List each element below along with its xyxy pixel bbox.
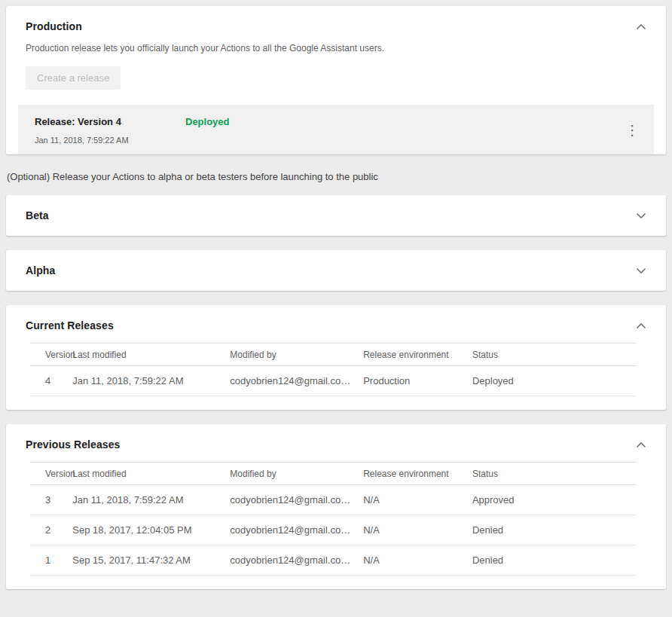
alpha-card: Alpha [6, 250, 666, 291]
cell-modified-by: codyobrien124@gmail.co… [230, 485, 363, 515]
current-releases-title: Current Releases [26, 319, 114, 331]
cell-status: Denied [472, 545, 636, 576]
create-release-button[interactable]: Create a release [26, 66, 121, 90]
previous-releases-title: Previous Releases [26, 438, 120, 451]
cell-modified-by: codyobrien124@gmail.co… [230, 366, 363, 396]
column-header-version: Version [30, 344, 72, 366]
cell-status: Deployed [472, 366, 636, 396]
chevron-down-icon[interactable] [634, 266, 648, 276]
alpha-card-title: Alpha [26, 264, 55, 276]
table-header-row: Version Last modified Modified by Releas… [30, 463, 636, 485]
table-row: 4 Jan 11, 2018, 7:59:22 AM codyobrien124… [30, 366, 636, 396]
production-release-row: Release: Version 4 Deployed Jan 11, 2018… [18, 105, 654, 154]
beta-card-title: Beta [26, 209, 49, 221]
release-name: Release: Version 4 [35, 116, 185, 127]
table-row: 3 Jan 11, 2018, 7:59:22 AM codyobrien124… [30, 485, 636, 515]
cell-last-modified: Jan 11, 2018, 7:59:22 AM [72, 485, 230, 515]
cell-status: Approved [472, 485, 636, 515]
cell-modified-by: codyobrien124@gmail.co… [230, 515, 363, 545]
cell-version: 3 [30, 485, 72, 515]
more-options-icon[interactable]: ⋮ [619, 122, 645, 139]
current-releases-card: Current Releases Version Last modified M… [6, 305, 666, 410]
column-header-release-environment: Release environment [363, 463, 472, 485]
cell-environment: Production [363, 366, 472, 396]
column-header-modified-by: Modified by [230, 463, 363, 485]
optional-note: (Optional) Release your Actions to alpha… [7, 171, 666, 182]
column-header-status: Status [472, 344, 636, 366]
cell-version: 1 [30, 545, 72, 576]
current-releases-header[interactable]: Current Releases [6, 305, 666, 331]
cell-last-modified: Sep 15, 2017, 11:47:32 AM [72, 545, 230, 576]
alpha-card-header[interactable]: Alpha [6, 250, 666, 291]
column-header-status: Status [472, 463, 636, 485]
cell-environment: N/A [363, 515, 472, 545]
column-header-version: Version [30, 463, 72, 485]
cell-version: 4 [30, 366, 72, 396]
cell-last-modified: Jan 11, 2018, 7:59:22 AM [72, 366, 230, 396]
table-row: 2 Sep 18, 2017, 12:04:05 PM codyobrien12… [30, 515, 636, 545]
previous-releases-header[interactable]: Previous Releases [6, 424, 666, 451]
release-date: Jan 11, 2018, 7:59:22 AM [35, 136, 230, 145]
release-info: Release: Version 4 Deployed Jan 11, 2018… [35, 116, 230, 145]
cell-environment: N/A [363, 545, 472, 576]
production-card: Production Production release lets you o… [6, 6, 666, 154]
table-row: 1 Sep 15, 2017, 11:47:32 AM codyobrien12… [30, 545, 636, 576]
cell-modified-by: codyobrien124@gmail.co… [230, 545, 363, 576]
cell-environment: N/A [363, 485, 472, 515]
cell-status: Denied [472, 515, 636, 545]
chevron-up-icon[interactable] [634, 440, 648, 450]
production-description: Production release lets you officially l… [26, 43, 646, 53]
chevron-down-icon[interactable] [634, 211, 648, 221]
previous-releases-table: Version Last modified Modified by Releas… [30, 462, 636, 576]
chevron-up-icon[interactable] [634, 321, 648, 331]
beta-card: Beta [6, 195, 666, 236]
current-releases-table: Version Last modified Modified by Releas… [30, 343, 636, 396]
cell-version: 2 [30, 515, 72, 545]
column-header-last-modified: Last modified [72, 463, 230, 485]
chevron-up-icon[interactable] [634, 22, 648, 32]
column-header-last-modified: Last modified [72, 344, 230, 366]
release-status-badge: Deployed [185, 116, 230, 127]
column-header-release-environment: Release environment [363, 344, 472, 366]
releases-page: Production Production release lets you o… [0, 0, 672, 610]
cell-last-modified: Sep 18, 2017, 12:04:05 PM [72, 515, 230, 545]
previous-releases-card: Previous Releases Version Last modified … [6, 424, 666, 589]
table-header-row: Version Last modified Modified by Releas… [30, 344, 636, 366]
production-card-header[interactable]: Production [6, 6, 666, 32]
column-header-modified-by: Modified by [230, 344, 363, 366]
production-card-title: Production [26, 20, 82, 32]
beta-card-header[interactable]: Beta [6, 195, 666, 236]
